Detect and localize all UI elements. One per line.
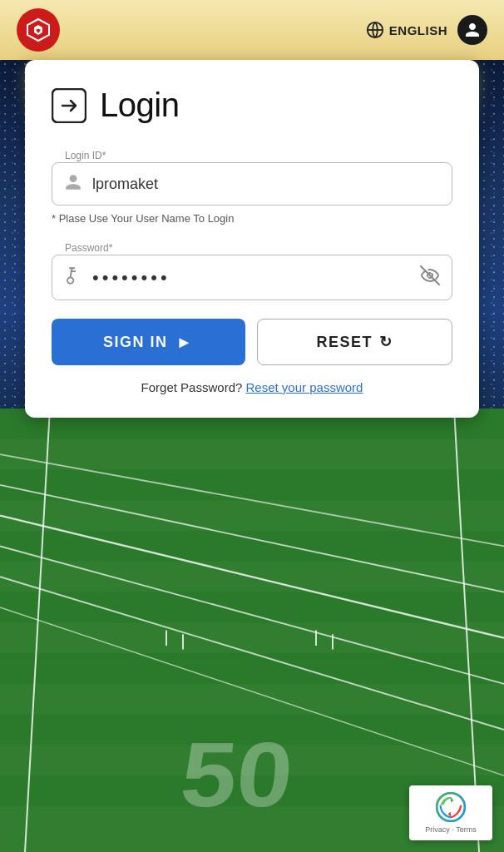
recaptcha-badge: Privacy · Terms: [409, 785, 492, 840]
login-id-group: Login ID*: [52, 147, 452, 206]
reset-button[interactable]: RESET ↻: [257, 319, 452, 365]
signin-button[interactable]: SIGN IN ►: [52, 319, 245, 365]
user-icon: [464, 22, 481, 38]
reset-password-link[interactable]: Reset your password: [246, 380, 363, 394]
password-input[interactable]: [92, 267, 410, 289]
svg-rect-8: [0, 531, 504, 562]
svg-rect-5: [0, 439, 504, 470]
login-title-row: Login: [52, 87, 452, 124]
header: ENGLISH: [0, 0, 504, 60]
login-id-input-wrapper: [52, 162, 452, 206]
reset-icon: ↻: [379, 333, 393, 351]
password-group: Password*: [52, 240, 452, 300]
signin-label: SIGN IN: [103, 334, 168, 351]
app-logo[interactable]: [17, 8, 60, 52]
reset-label: RESET: [316, 334, 373, 351]
recaptcha-links: Privacy · Terms: [425, 825, 476, 834]
globe-icon: [366, 21, 384, 39]
language-selector[interactable]: ENGLISH: [366, 21, 447, 39]
user-account-button[interactable]: [457, 15, 487, 45]
toggle-password-icon[interactable]: [420, 265, 440, 290]
button-row: SIGN IN ► RESET ↻: [52, 319, 452, 365]
privacy-link[interactable]: Privacy: [425, 825, 450, 834]
svg-rect-10: [0, 592, 504, 622]
forget-password-row: Forget Password? Reset your password: [52, 380, 452, 394]
login-id-label: Login ID*: [62, 150, 109, 161]
recaptcha-logo-icon: [436, 792, 466, 822]
svg-rect-11: [0, 622, 504, 653]
forget-password-text: Forget Password?: [141, 380, 243, 394]
login-title: Login: [100, 87, 179, 124]
terms-link[interactable]: Terms: [456, 825, 477, 834]
signin-arrow-icon: ►: [176, 333, 194, 352]
svg-rect-13: [0, 684, 504, 715]
language-label: ENGLISH: [389, 23, 447, 37]
svg-text:50: 50: [176, 723, 297, 825]
password-input-wrapper: [52, 255, 452, 300]
svg-rect-12: [0, 653, 504, 684]
login-arrow-icon: [52, 88, 86, 123]
person-icon: [64, 173, 82, 195]
svg-rect-6: [0, 469, 504, 500]
login-id-input[interactable]: [92, 176, 440, 193]
login-card: Login Login ID* * Plase Use Your User Na…: [25, 60, 479, 418]
header-right: ENGLISH: [366, 15, 487, 45]
key-icon: [59, 264, 87, 292]
login-id-hint: * Plase Use Your User Name To Login: [52, 212, 452, 225]
password-label: Password*: [62, 242, 116, 254]
svg-rect-7: [0, 500, 504, 531]
